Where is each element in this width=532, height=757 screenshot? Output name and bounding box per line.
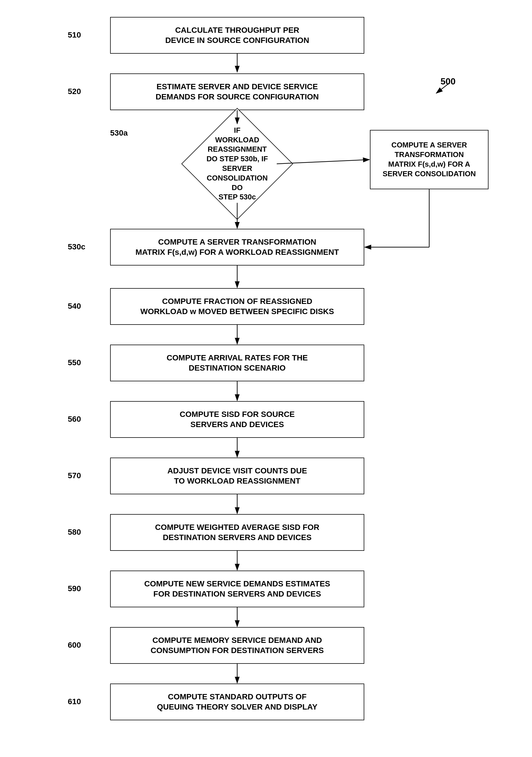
step-530a-container: IFWORKLOADREASSIGNMENTDO STEP 530b, IF S… <box>198 124 277 203</box>
step-label-540: 540 <box>68 302 81 311</box>
step-510-box: CALCULATE THROUGHPUT PERDEVICE IN SOURCE… <box>110 17 364 54</box>
step-590-text: COMPUTE NEW SERVICE DEMANDS ESTIMATESFOR… <box>144 579 330 599</box>
step-550-text: COMPUTE ARRIVAL RATES FOR THEDESTINATION… <box>166 353 308 374</box>
step-610-box: COMPUTE STANDARD OUTPUTS OFQUEUING THEOR… <box>110 683 364 720</box>
step-530b-text: COMPUTE A SERVERTRANSFORMATIONMATRIX F(s… <box>383 140 476 178</box>
step-label-550: 550 <box>68 358 81 367</box>
step-540-box: COMPUTE FRACTION OF REASSIGNEDWORKLOAD w… <box>110 288 364 325</box>
step-530c-text: COMPUTE A SERVER TRANSFORMATIONMATRIX F(… <box>135 237 339 257</box>
step-label-560: 560 <box>68 415 81 424</box>
step-560-box: COMPUTE SISD FOR SOURCESERVERS AND DEVIC… <box>110 401 364 438</box>
step-label-600: 600 <box>68 641 81 650</box>
step-570-box: ADJUST DEVICE VISIT COUNTS DUETO WORKLOA… <box>110 458 364 494</box>
step-550-box: COMPUTE ARRIVAL RATES FOR THEDESTINATION… <box>110 345 364 381</box>
step-570-text: ADJUST DEVICE VISIT COUNTS DUETO WORKLOA… <box>167 466 307 486</box>
step-530b-box: COMPUTE A SERVERTRANSFORMATIONMATRIX F(s… <box>370 130 488 189</box>
ref-label-500: 500 <box>440 76 456 87</box>
step-540-text: COMPUTE FRACTION OF REASSIGNEDWORKLOAD w… <box>140 296 334 317</box>
step-530a-text: IFWORKLOADREASSIGNMENTDO STEP 530b, IF S… <box>198 124 277 203</box>
step-520-box: ESTIMATE SERVER AND DEVICE SERVICEDEMAND… <box>110 74 364 110</box>
step-520-text: ESTIMATE SERVER AND DEVICE SERVICEDEMAND… <box>156 82 319 102</box>
step-label-610: 610 <box>68 697 81 706</box>
step-580-text: COMPUTE WEIGHTED AVERAGE SISD FORDESTINA… <box>155 522 319 543</box>
step-560-text: COMPUTE SISD FOR SOURCESERVERS AND DEVIC… <box>180 409 295 430</box>
step-label-530c: 530c <box>68 242 85 251</box>
step-label-570: 570 <box>68 471 81 480</box>
step-label-520: 520 <box>68 87 81 96</box>
step-label-530a: 530a <box>110 129 128 137</box>
step-label-590: 590 <box>68 584 81 593</box>
step-600-box: COMPUTE MEMORY SERVICE DEMAND ANDCONSUMP… <box>110 627 364 664</box>
step-label-510: 510 <box>68 31 81 40</box>
step-530c-box: COMPUTE A SERVER TRANSFORMATIONMATRIX F(… <box>110 229 364 265</box>
step-590-box: COMPUTE NEW SERVICE DEMANDS ESTIMATESFOR… <box>110 571 364 607</box>
flowchart-diagram: 500 510 CALCULATE THROUGHPUT PERDEVICE I… <box>0 0 532 757</box>
step-610-text: COMPUTE STANDARD OUTPUTS OFQUEUING THEOR… <box>157 692 317 712</box>
step-600-text: COMPUTE MEMORY SERVICE DEMAND ANDCONSUMP… <box>151 635 324 656</box>
step-580-box: COMPUTE WEIGHTED AVERAGE SISD FORDESTINA… <box>110 514 364 551</box>
step-510-text: CALCULATE THROUGHPUT PERDEVICE IN SOURCE… <box>165 25 309 46</box>
step-label-580: 580 <box>68 528 81 537</box>
